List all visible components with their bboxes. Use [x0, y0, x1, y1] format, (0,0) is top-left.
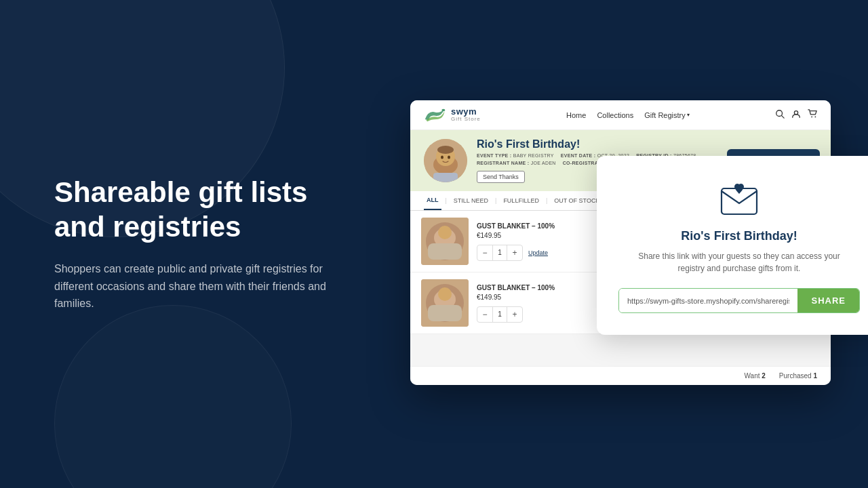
swym-bird-icon — [424, 108, 447, 123]
modal-title: Rio's First Birthday! — [681, 229, 797, 243]
share-url-row: SHARE — [618, 288, 860, 313]
account-icon[interactable] — [791, 109, 801, 121]
bottom-stats: Want 2 Purchased 1 — [410, 366, 831, 385]
tab-fulfilled[interactable]: FULLFILLED — [500, 192, 542, 209]
svg-point-5 — [815, 116, 816, 117]
qty-increase-button[interactable]: + — [507, 307, 522, 322]
nav-links: Home Collections Gift Registry ▾ — [566, 111, 690, 119]
chevron-down-icon: ▾ — [687, 112, 690, 118]
logo-text: swym Gift Store — [451, 107, 481, 123]
update-button[interactable]: Update — [528, 249, 548, 256]
svg-point-11 — [437, 146, 454, 154]
qty-increase-button[interactable]: + — [507, 245, 522, 260]
svg-rect-12 — [433, 173, 458, 182]
nav-home[interactable]: Home — [566, 111, 586, 119]
want-value: 2 — [762, 372, 766, 380]
purchased-stat: Purchased 1 — [779, 372, 817, 380]
svg-line-2 — [782, 115, 785, 118]
logo-icon — [424, 108, 447, 123]
event-type-label: EVENT TYPE : BABY REGISTRY — [477, 153, 554, 158]
nav-gift-registry[interactable]: Gift Registry ▾ — [644, 111, 690, 119]
svg-point-10 — [448, 156, 450, 159]
svg-point-26 — [438, 287, 452, 301]
logo-name: swym — [451, 107, 481, 117]
want-stat: Want 2 — [745, 372, 766, 380]
purchased-value: 1 — [813, 372, 817, 380]
quantity-control: − 1 + — [477, 245, 523, 261]
svg-point-9 — [441, 156, 443, 159]
logo-sub: Gift Store — [451, 117, 481, 123]
subtext: Shoppers can create public and private g… — [54, 260, 332, 312]
qty-decrease-button[interactable]: − — [477, 307, 492, 322]
share-url-input[interactable] — [619, 289, 797, 312]
registrant-label: REGISTRANT NAME : JOE ADEN — [477, 161, 556, 165]
nav-icons — [775, 109, 817, 121]
product-thumbnail — [421, 279, 469, 327]
modal-icon — [720, 180, 758, 218]
baby-avatar-image — [424, 139, 467, 182]
svg-point-0 — [441, 108, 445, 110]
search-icon[interactable] — [775, 109, 785, 121]
tab-still-need[interactable]: STILL NEED — [451, 192, 491, 209]
qty-decrease-button[interactable]: − — [477, 245, 492, 260]
svg-point-21 — [438, 226, 452, 239]
qty-value: 1 — [492, 307, 507, 322]
store-nav: swym Gift Store Home Collections Gift Re… — [410, 100, 831, 130]
svg-point-3 — [794, 110, 797, 114]
store-logo: swym Gift Store — [424, 107, 481, 123]
svg-rect-27 — [428, 305, 462, 321]
qty-value: 1 — [492, 245, 507, 260]
tab-out-of-stock[interactable]: OUT OF STOCK — [551, 192, 602, 209]
share-modal: Rio's First Birthday! Share this link wi… — [597, 156, 868, 335]
svg-rect-22 — [428, 243, 462, 260]
left-section: Shareable gift listsand registries Shopp… — [54, 0, 353, 488]
modal-desc: Share this link with your guests so they… — [638, 250, 840, 274]
headline: Shareable gift listsand registries — [54, 176, 353, 244]
envelope-heart-icon — [720, 183, 758, 216]
cart-icon[interactable] — [808, 109, 817, 121]
quantity-control: − 1 + — [477, 306, 523, 323]
product-thumbnail — [421, 218, 469, 265]
nav-collections[interactable]: Collections — [597, 111, 633, 119]
svg-point-4 — [811, 116, 812, 117]
share-button[interactable]: SHARE — [797, 289, 859, 312]
tab-all[interactable]: ALL — [424, 191, 441, 210]
avatar — [424, 139, 467, 182]
send-thanks-button[interactable]: Send Thanks — [477, 171, 525, 183]
